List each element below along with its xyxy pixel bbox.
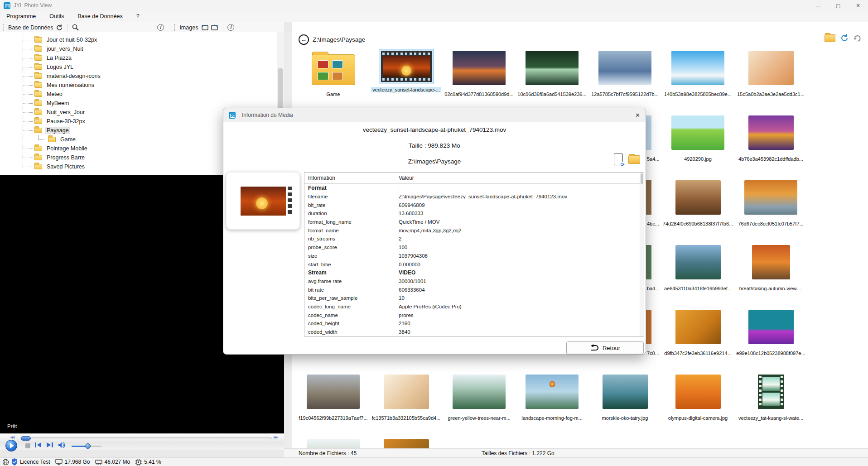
- menu-help[interactable]: ?: [136, 13, 140, 19]
- photo-thumbnail[interactable]: [646, 310, 651, 344]
- photo-thumbnail: [748, 115, 794, 150]
- next-button[interactable]: [46, 442, 53, 448]
- volume-icon[interactable]: [58, 442, 66, 448]
- back-icon[interactable]: ←: [299, 34, 309, 45]
- photo-thumbnail: [526, 51, 579, 85]
- photo-thumbnail[interactable]: [646, 115, 651, 150]
- grid-item[interactable]: e99e108c12b05238988f097e...: [734, 306, 807, 371]
- tree-item-paysage[interactable]: Paysage: [0, 126, 70, 135]
- tree-item[interactable]: La Piazza: [0, 53, 73, 62]
- tree-item[interactable]: Mes numérisations: [0, 81, 96, 90]
- grid-item-selected[interactable]: vecteezy_sunset-landscape-...: [370, 47, 443, 112]
- tree-item[interactable]: Nuit_vers_Jour: [0, 108, 86, 117]
- disk-usage: 17.968 Go: [65, 459, 90, 465]
- film-strip-thumbnail: [381, 51, 432, 82]
- refresh-icon[interactable]: [840, 34, 849, 43]
- film-strip-thumbnail: [758, 375, 784, 409]
- folder-icon: [34, 155, 42, 160]
- photo-thumbnail[interactable]: [646, 180, 651, 215]
- tree-item[interactable]: jour_vers_Nuit: [0, 44, 85, 53]
- grid-item[interactable]: landscape-morning-fog-m...: [516, 371, 588, 436]
- shield-check-icon: [11, 458, 18, 466]
- grid-item[interactable]: vecteezy_tat-kuang-si-wate...: [734, 371, 807, 436]
- grid-item[interactable]: 74d284f0c690b68138f37f7fb6...: [661, 177, 734, 241]
- tree-item[interactable]: material-design-icons: [0, 72, 102, 81]
- grid-item[interactable]: [443, 436, 516, 448]
- tree-item[interactable]: Pointage Mobile: [0, 144, 89, 153]
- volume-knob[interactable]: [85, 443, 91, 449]
- menu-programme[interactable]: Programme: [6, 13, 36, 19]
- tree-item[interactable]: Saved Pictures: [0, 162, 86, 171]
- images-info-icon[interactable]: i: [227, 24, 234, 31]
- seek-thumb[interactable]: [21, 436, 31, 441]
- database-search-icon[interactable]: [72, 24, 79, 31]
- grid-item[interactable]: breathtaking-autumn-view-...: [734, 241, 807, 306]
- tree-item[interactable]: Meteo: [0, 90, 64, 99]
- grid-item-game-folder[interactable]: Game: [297, 47, 370, 112]
- seek-back-icon[interactable]: ◀◀: [10, 435, 14, 439]
- retour-button[interactable]: Retour: [566, 341, 644, 354]
- grid-item[interactable]: [370, 436, 443, 448]
- image-rotate-left-icon[interactable]: [201, 24, 208, 31]
- grid-item[interactable]: 4920290.jpg: [661, 112, 734, 177]
- dialog-titlebar: Information du Media ✕: [223, 108, 646, 122]
- previous-button[interactable]: [34, 442, 42, 448]
- tree-item[interactable]: MyBeem: [0, 99, 70, 108]
- grid-item[interactable]: olympus-digital-camera.jpg: [661, 371, 734, 436]
- grid-item[interactable]: 02c0af94d377d81368590d9d...: [443, 47, 516, 112]
- toolbar-images-group: Images i: [171, 22, 237, 33]
- grid-item[interactable]: f19c04562f99b227319a7aef7...: [297, 371, 370, 436]
- grid-item[interactable]: 12a5785c7bf7cf9595122d7b...: [588, 47, 661, 112]
- tree-item-game[interactable]: Game: [0, 135, 77, 144]
- grid-item[interactable]: 10c06d36f8a6ad541539e236...: [516, 47, 588, 112]
- table-scrollbar[interactable]: [640, 173, 644, 336]
- tree-item[interactable]: Logos JYL: [0, 62, 75, 72]
- grid-item[interactable]: ae6453110a3418fe16b993ef...: [661, 241, 734, 306]
- window-title: JYL Photo View: [14, 2, 52, 9]
- drag-grip-icon[interactable]: [174, 24, 175, 31]
- menu-outils[interactable]: Outils: [49, 13, 64, 19]
- folder-icon: [34, 146, 42, 151]
- close-button[interactable]: ✕: [848, 0, 868, 11]
- file-sync-icon[interactable]: [614, 154, 623, 165]
- minimize-button[interactable]: —: [808, 0, 828, 11]
- maximize-button[interactable]: ▢: [828, 0, 848, 11]
- photo-thumbnail: [675, 375, 721, 409]
- redo-arrow-icon[interactable]: [854, 34, 862, 42]
- refresh-icon[interactable]: [56, 24, 63, 31]
- tree-item[interactable]: Pause-30-32px: [0, 117, 87, 126]
- image-rotate-right-icon[interactable]: [211, 24, 219, 31]
- stop-button[interactable]: [25, 443, 30, 448]
- seek-forward-icon[interactable]: ▶▶: [274, 435, 277, 439]
- grid-item[interactable]: 140b53a98e3825805bec89e...: [661, 47, 734, 112]
- grid-item[interactable]: green-yellow-trees-near-m...: [443, 371, 516, 436]
- table-row: codec_nameprores: [304, 311, 644, 319]
- photo-thumbnail: [748, 310, 794, 344]
- film-strip-preview: [241, 187, 286, 216]
- grid-item[interactable]: 4b76e3a453982c1ddffdadb...: [734, 112, 807, 177]
- database-info-icon[interactable]: i: [157, 24, 164, 31]
- play-button[interactable]: [5, 440, 17, 452]
- dialog-close-icon[interactable]: ✕: [635, 112, 640, 119]
- open-folder-icon[interactable]: [628, 155, 640, 164]
- grid-item[interactable]: fc13571b3a332105b55ca9d4...: [370, 371, 443, 436]
- grid-item[interactable]: 15c5a0b2a3ae3e2ae5dd3c1...: [734, 47, 807, 112]
- table-header: Information Valeur: [304, 173, 644, 184]
- tree-item[interactable]: Jour et nuit-50-32px: [0, 35, 98, 44]
- grid-item[interactable]: 76d67dec8ccf051fc07b57f7...: [734, 177, 807, 241]
- drag-grip-icon[interactable]: [3, 24, 4, 31]
- photo-thumbnail: [744, 180, 797, 215]
- photo-thumbnail: [307, 439, 360, 448]
- media-info-dialog: Information du Media ✕ vecteezy_sunset-l…: [223, 108, 646, 355]
- memory-icon: [95, 459, 102, 465]
- dialog-title: Information du Media: [242, 112, 632, 118]
- grid-item[interactable]: morskie-oko-tatry.jpg: [588, 371, 661, 436]
- photo-thumbnail: [384, 439, 429, 448]
- menu-base-de-donnees[interactable]: Base de Données: [77, 13, 122, 19]
- open-folder-icon[interactable]: [825, 34, 835, 42]
- seek-bar[interactable]: [20, 437, 272, 439]
- grid-item[interactable]: d9fb347c2fe3eb36116e9214...: [661, 306, 734, 371]
- grid-item[interactable]: [297, 436, 370, 448]
- photo-thumbnail[interactable]: [646, 245, 651, 279]
- tree-item[interactable]: Progress Barre: [0, 153, 86, 162]
